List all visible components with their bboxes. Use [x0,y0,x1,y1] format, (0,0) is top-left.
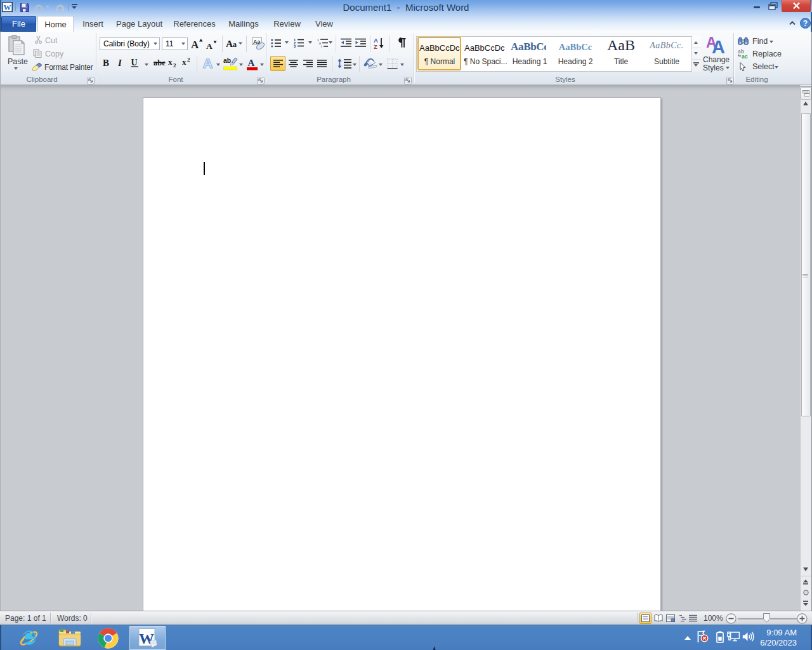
svg-text:?: ? [803,19,808,28]
svg-text:2: 2 [173,62,176,68]
svg-text:U: U [131,58,138,67]
svg-text:3: 3 [294,44,296,48]
svg-text:B: B [103,58,109,67]
svg-text:x: x [182,57,187,67]
svg-text:A: A [191,39,199,49]
svg-text:ac: ac [742,53,748,59]
svg-text:W: W [4,3,11,12]
svg-text:a: a [233,40,237,49]
svg-text:2: 2 [187,57,190,63]
svg-text:A: A [248,58,255,68]
svg-text:I: I [117,58,122,67]
svg-text:A: A [206,41,213,50]
svg-text:Z: Z [374,43,377,50]
svg-text:A: A [203,56,213,70]
svg-text:ab: ab [223,56,231,64]
svg-text:i: i [321,44,322,48]
svg-text:A: A [712,37,725,54]
svg-text:x: x [168,58,173,67]
